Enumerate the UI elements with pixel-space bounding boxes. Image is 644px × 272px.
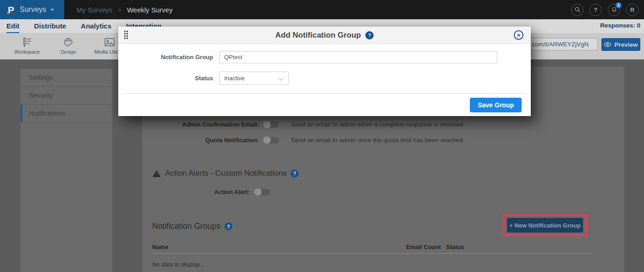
add-notification-group-modal: Add Notification Group ? × Notification … <box>118 27 531 116</box>
settings-sidebar: Settings Security Notifications <box>21 69 112 272</box>
breadcrumb-current-survey: Weekly Survey <box>127 6 173 14</box>
save-group-button[interactable]: Save Group <box>470 98 522 112</box>
eye-icon <box>604 42 611 47</box>
notification-groups-help-icon[interactable]: ? <box>225 222 232 230</box>
quota-notification-label: Quota Notification: <box>142 137 259 144</box>
table-empty-message: No data to display... <box>152 261 594 268</box>
red-highlight-annotation: + New Notification Group <box>503 214 587 236</box>
notifications-button[interactable]: 1 <box>608 4 620 16</box>
search-icon <box>574 6 581 13</box>
warning-triangle-icon <box>152 170 161 178</box>
help-button[interactable]: ? <box>589 4 602 16</box>
page: P Surveys My Surveys > Weekly Survey ? 1 <box>0 0 644 272</box>
question-mark-icon: ? <box>594 6 598 13</box>
group-name-label: Notification Group <box>118 54 213 61</box>
modal-footer: Save Group <box>118 94 531 112</box>
breadcrumb: My Surveys > Weekly Survey <box>77 6 173 14</box>
quota-notification-row: Quota Notification: Send an email to adm… <box>142 137 464 144</box>
chevron-down-icon <box>50 9 55 11</box>
close-icon[interactable]: × <box>514 30 523 40</box>
tab-analytics[interactable]: Analytics <box>81 22 111 33</box>
modal-body: Notification Group Status Inactive <box>118 44 531 85</box>
product-switcher[interactable]: P Surveys <box>0 0 64 19</box>
search-button[interactable] <box>571 4 583 16</box>
table-header-row: Name Email Count Status <box>152 242 594 254</box>
column-header-email-count: Email Count <box>406 244 441 250</box>
product-label: Surveys <box>20 6 55 14</box>
status-label: Status <box>118 75 213 82</box>
action-alerts-heading-text: Action Alerts - Custom Notifications <box>165 169 286 178</box>
admin-confirmation-email-description: Send an email to admin when a complete r… <box>291 121 465 128</box>
topbar-actions: ? 1 R <box>571 4 644 16</box>
top-bar: P Surveys My Surveys > Weekly Survey ? 1 <box>0 0 644 19</box>
modal-header: Add Notification Group ? × <box>118 27 531 44</box>
status-selected-value: Inactive <box>224 75 245 82</box>
preview-button-label: Preview <box>614 41 638 48</box>
chevron-down-icon <box>278 75 283 80</box>
group-name-input[interactable] <box>219 51 497 63</box>
new-notification-group-button[interactable]: + New Notification Group <box>507 218 583 233</box>
breadcrumb-separator: > <box>118 6 121 13</box>
action-alerts-help-icon[interactable]: ? <box>291 170 298 178</box>
action-alert-toggle[interactable] <box>254 189 270 195</box>
toggle-knob <box>254 188 262 196</box>
status-row: Status Inactive <box>118 72 531 85</box>
notification-count-badge: 1 <box>616 2 622 8</box>
admin-confirmation-email-row: Admin Confirmation Email: Send an email … <box>142 121 465 128</box>
quota-notification-description: Send an email to admin once the quota li… <box>291 137 464 144</box>
sidebar-item-notifications[interactable]: Notifications <box>21 105 112 122</box>
media-image-icon <box>104 37 115 47</box>
notification-groups-table: Name Email Count Status No data to displ… <box>152 242 594 268</box>
action-alerts-heading: Action Alerts - Custom Notifications ? <box>152 169 298 178</box>
logo-dot-icon <box>7 12 9 14</box>
action-alert-label: Action Alert: <box>142 189 250 195</box>
toolbar-item-label: Design <box>61 49 76 55</box>
avatar[interactable]: R <box>626 4 638 16</box>
admin-confirmation-email-toggle[interactable] <box>264 122 279 128</box>
sidebar-item-settings[interactable]: Settings <box>21 69 112 87</box>
tab-edit[interactable]: Edit <box>6 22 19 33</box>
modal-title: Add Notification Group <box>275 31 361 40</box>
preview-button[interactable]: Preview <box>601 38 640 51</box>
group-name-row: Notification Group <box>118 51 531 63</box>
sidebar-item-security[interactable]: Security <box>21 87 112 105</box>
action-alert-row: Action Alert: <box>142 189 270 195</box>
column-header-name: Name <box>152 244 168 250</box>
quota-notification-toggle[interactable] <box>264 137 279 144</box>
toolbar-item-design[interactable]: Design <box>48 33 89 55</box>
survey-url-input[interactable] <box>521 38 598 50</box>
tab-distribute[interactable]: Distribute <box>34 22 66 33</box>
toggle-knob <box>263 136 271 144</box>
toggle-knob <box>263 121 271 128</box>
modal-help-icon[interactable]: ? <box>365 31 374 39</box>
questionpro-logo-icon: P <box>8 5 14 15</box>
toolbar-item-workspace[interactable]: Workspace <box>6 33 48 55</box>
avatar-initial: R <box>630 6 634 13</box>
toolbar-item-label: Workspace <box>15 49 40 55</box>
admin-confirmation-email-label: Admin Confirmation Email: <box>142 121 259 128</box>
status-select[interactable]: Inactive <box>219 72 289 85</box>
breadcrumb-my-surveys[interactable]: My Surveys <box>77 6 112 14</box>
design-palette-icon <box>63 37 74 47</box>
column-header-status: Status <box>446 244 464 250</box>
drag-handle-icon[interactable] <box>124 31 129 40</box>
workspace-pencil-icon <box>22 37 33 47</box>
notification-groups-heading: Notification Groups ? <box>152 222 232 231</box>
notification-groups-heading-text: Notification Groups <box>152 222 220 231</box>
responses-count: Responses: 0 <box>600 22 640 29</box>
